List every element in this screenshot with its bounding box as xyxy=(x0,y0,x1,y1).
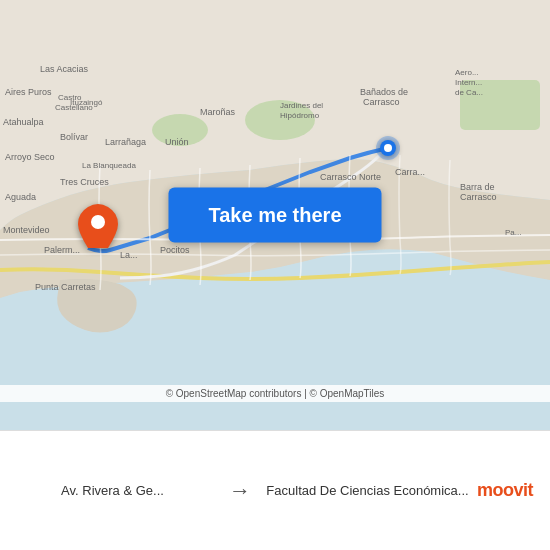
svg-text:Aires Puros: Aires Puros xyxy=(5,87,52,97)
svg-text:Tres Cruces: Tres Cruces xyxy=(60,177,109,187)
svg-text:de Ca...: de Ca... xyxy=(455,88,483,97)
from-label: Av. Rivera & Ge... xyxy=(10,483,215,498)
svg-text:Intern...: Intern... xyxy=(455,78,482,87)
svg-text:Palerm...: Palerm... xyxy=(44,245,80,255)
map-container: Maroñas Ituzaingó Jardines del Hipódromo… xyxy=(0,0,550,430)
svg-text:Maroñas: Maroñas xyxy=(200,107,236,117)
svg-text:Larrañaga: Larrañaga xyxy=(105,137,146,147)
route-arrow: → xyxy=(215,478,265,504)
svg-text:Carrasco: Carrasco xyxy=(363,97,400,107)
map-attribution: © OpenStreetMap contributors | © OpenMap… xyxy=(0,385,550,402)
svg-text:Bolívar: Bolívar xyxy=(60,132,88,142)
origin-marker xyxy=(376,136,400,160)
moovit-logo: moovit xyxy=(470,480,540,501)
svg-text:Castellano: Castellano xyxy=(55,103,93,112)
arrow-icon: → xyxy=(229,478,251,503)
bottom-bar: Av. Rivera & Ge... → Facultad De Ciencia… xyxy=(0,430,550,550)
to-location: Facultad De Ciencias Económica... xyxy=(265,483,470,498)
svg-text:Carra...: Carra... xyxy=(395,167,425,177)
svg-text:Pa...: Pa... xyxy=(505,228,521,237)
attribution-text: © OpenStreetMap contributors | © OpenMap… xyxy=(166,388,385,399)
svg-text:La Blanqueada: La Blanqueada xyxy=(82,161,136,170)
moovit-wordmark: moovit xyxy=(477,480,533,501)
to-label: Facultad De Ciencias Económica... xyxy=(265,483,470,498)
take-me-there-button[interactable]: Take me there xyxy=(168,188,381,243)
svg-text:Arroyo Seco: Arroyo Seco xyxy=(5,152,55,162)
svg-text:Jardines del: Jardines del xyxy=(280,101,323,110)
svg-point-39 xyxy=(384,144,392,152)
svg-text:Pocitos: Pocitos xyxy=(160,245,190,255)
svg-text:Bañados de: Bañados de xyxy=(360,87,408,97)
svg-text:Punta Carretas: Punta Carretas xyxy=(35,282,96,292)
app: Maroñas Ituzaingó Jardines del Hipódromo… xyxy=(0,0,550,550)
svg-text:Carrasco Norte: Carrasco Norte xyxy=(320,172,381,182)
svg-text:Las Acacias: Las Acacias xyxy=(40,64,89,74)
svg-text:Aero...: Aero... xyxy=(455,68,479,77)
svg-text:Unión: Unión xyxy=(165,137,189,147)
svg-text:La...: La... xyxy=(120,250,138,260)
svg-text:Carrasco: Carrasco xyxy=(460,192,497,202)
svg-text:Aguada: Aguada xyxy=(5,192,36,202)
svg-text:Barra de: Barra de xyxy=(460,182,495,192)
svg-text:Montevideo: Montevideo xyxy=(3,225,50,235)
svg-point-36 xyxy=(91,215,105,229)
svg-text:Hipódromo: Hipódromo xyxy=(280,111,320,120)
svg-text:Atahualpa: Atahualpa xyxy=(3,117,44,127)
from-location: Av. Rivera & Ge... xyxy=(10,483,215,498)
svg-text:Castro: Castro xyxy=(58,93,82,102)
